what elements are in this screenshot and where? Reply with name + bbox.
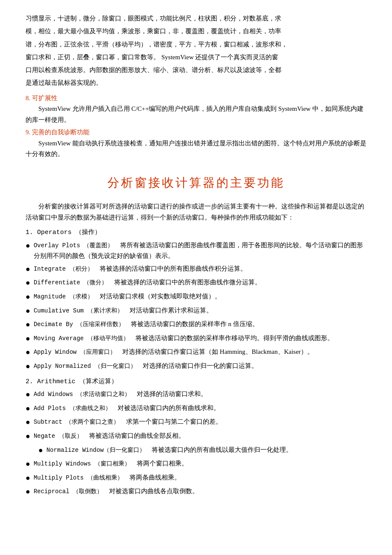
list-item: ● Apply Window （应用窗口） 对选择的活动窗口作窗口运算（如 Ha… (26, 347, 366, 359)
item-content: Differentiate （微分） 将被选择的活动窗口中的所有图形曲线作微分运… (34, 277, 366, 288)
bullet-icon: ● (26, 332, 30, 345)
bullet-icon: ● (26, 276, 30, 289)
bullet-icon: ● (26, 304, 30, 318)
item-content: Overlay Plots （覆盖图） 将所有被选活动窗口的图形曲线作覆盖图，用… (34, 240, 366, 262)
arithmetic-section: 2. Arithmetic （算术运算） ● Add Windows （求活动窗… (26, 376, 366, 498)
bullet-icon: ● (26, 360, 30, 373)
section-9-number: 9. (26, 129, 30, 136)
bullet-icon: ● (26, 318, 30, 331)
list-item: ● Overlay Plots （覆盖图） 将所有被选活动窗口的图形曲线作覆盖图… (26, 240, 366, 262)
top-text-line1: 习惯显示，十进制，微分，除窗口，眼图模式，功能比例尺，柱状图，积分，对数基底，求 (26, 13, 366, 24)
item-content: Apply Normalized （归一化窗口） 对选择的活动窗口作归一化的窗口… (34, 361, 366, 372)
bullet-icon: ● (26, 457, 30, 471)
list-item: ● Cumulative Sum （累计求和） 对活动窗口作累计求和运算。 (26, 305, 366, 318)
item-term: Integrate （积分） (34, 266, 93, 272)
section-9-heading: 9. 完善的自我诊断功能 (26, 127, 366, 138)
top-text-line4: 窗口求和，正切，层叠，窗口幂，窗口常数等。 SystemView 还提供了一个真… (26, 52, 366, 63)
item-term: Overlay Plots （覆盖图） (34, 242, 114, 249)
item-content: Apply Window （应用窗口） 对选择的活动窗口作窗口运算（如 Hamm… (34, 347, 366, 358)
item-term: Moving Average （移动平均值） (34, 335, 129, 342)
list-item: ● Normalize Window（归一化窗口） 将被选窗口内的所有曲线以最大… (38, 445, 366, 457)
section-8: 8. 可扩展性 SystemView 允许用户插入自己用 C/C++编写的用户代… (26, 93, 366, 126)
bullet-icon: ● (26, 388, 30, 401)
section-8-number: 8. (26, 95, 30, 101)
arithmetic-label: 2. Arithmetic （算术运算） (26, 376, 366, 387)
bullet-icon: ● (26, 290, 30, 304)
bullet-icon: ● (26, 263, 30, 276)
list-item: ● Multiply Plots （曲线相乘） 将两条曲线相乘。 (26, 472, 366, 485)
list-item: ● Reciprocal （取倒数） 对被选窗口内曲线各点取倒数。 (26, 486, 366, 498)
list-item: ● Differentiate （微分） 将被选择的活动窗口中的所有图形曲线作微… (26, 277, 366, 289)
bullet-icon: ● (38, 444, 43, 457)
section-9-body: SystemView 能自动执行系统连接检查，通知用户连接出错并通过显示指出出错… (26, 138, 366, 160)
item-content: Integrate （积分） 将被选择的活动窗口中的所有图形曲线作积分运算。 (34, 263, 366, 275)
item-content: Moving Average （移动平均值） 将被选活动窗口的数据的采样率作移动… (34, 333, 366, 344)
item-content: Cumulative Sum （累计求和） 对活动窗口作累计求和运算。 (34, 305, 366, 316)
item-term: Multiply Windows （窗口相乘） (34, 460, 130, 467)
bullet-icon: ● (26, 416, 30, 429)
item-term: Cumulative Sum （累计求和） (34, 307, 123, 314)
list-item: ● Add Windows （求活动窗口之和） 对选择的活动窗口求和。 (26, 389, 366, 401)
list-item: ● Integrate （积分） 将被选择的活动窗口中的所有图形曲线作积分运算。 (26, 263, 366, 276)
item-content: Multiply Windows （窗口相乘） 将两个窗口相乘。 (34, 458, 366, 469)
item-content: Magnitude （求模） 对活动窗口求模（对实数域即取绝对值）。 (34, 291, 366, 302)
operators-section: 1. Operators （操作） ● Overlay Plots （覆盖图） … (26, 227, 366, 373)
list-item: ● Multiply Windows （窗口相乘） 将两个窗口相乘。 (26, 458, 366, 471)
section-8-body: SystemView 允许用户插入自己用 C/C++编写的用户代码库，插入的用户… (26, 104, 366, 125)
section-9-title: 完善的自我诊断功能 (32, 129, 89, 136)
item-term: Subtract （求两个窗口之查） (34, 419, 120, 425)
bullet-icon: ● (26, 239, 30, 252)
item-term: Apply Window （应用窗口） (34, 349, 116, 356)
list-item: ● Add Plots （求曲线之和） 对被选活动窗口内的所有曲线求和。 (26, 403, 366, 415)
item-term: Normalize Window（归一化窗口） (46, 447, 145, 454)
list-item: ● Negate （取反） 将被选活动窗口的曲线全部反相。 (26, 431, 366, 443)
bullet-icon: ● (26, 430, 30, 443)
section-8-heading: 8. 可扩展性 (26, 93, 366, 104)
list-item: ● Decimate By （压缩采样倍数） 将被选活动窗口的数据的采样率作 n… (26, 319, 366, 331)
list-item: ● Moving Average （移动平均值） 将被选活动窗口的数据的采样率作… (26, 333, 366, 345)
top-text-line5: 口用以检查系统波形。内部数据的图形放大、缩小、滚动、谱分析、标尺以及滤波等，全都 (26, 64, 366, 75)
list-item: ● Apply Normalized （归一化窗口） 对选择的活动窗口作归一化的… (26, 361, 366, 373)
item-content: Add Windows （求活动窗口之和） 对选择的活动窗口求和。 (34, 389, 366, 400)
item-content: Normalize Window（归一化窗口） 将被选窗口内的所有曲线以最大值作… (46, 445, 366, 456)
operators-label: 1. Operators （操作） (26, 227, 366, 238)
item-term: Multiply Plots （曲线相乘） (34, 474, 123, 481)
section-9: 9. 完善的自我诊断功能 SystemView 能自动执行系统连接检查，通知用户… (26, 127, 366, 160)
item-term: Decimate By （压缩采样倍数） (34, 321, 124, 328)
top-text-line3: 谱，分布图，正弦余弦，平滑（移动平均），谱密度，平方，平方根，窗口相减，波形求和… (26, 39, 366, 50)
item-content: Decimate By （压缩采样倍数） 将被选活动窗口的数据的采样率作 n 倍… (34, 319, 366, 330)
item-content: Subtract （求两个窗口之查） 求第一个窗口与第二个窗口的差。 (34, 416, 366, 428)
item-content: Reciprocal （取倒数） 对被选窗口内曲线各点取倒数。 (34, 486, 366, 497)
item-term: Negate （取反） (34, 433, 83, 439)
bullet-icon: ● (26, 346, 30, 359)
section-8-title: 可扩展性 (32, 95, 58, 101)
list-item: ● Magnitude （求模） 对活动窗口求模（对实数域即取绝对值）。 (26, 291, 366, 304)
item-term: Add Plots （求曲线之和） (34, 405, 111, 412)
item-content: Negate （取反） 将被选活动窗口的曲线全部反相。 (34, 431, 366, 442)
bullet-icon: ● (26, 485, 30, 498)
item-term: Differentiate （微分） (34, 279, 108, 286)
bullet-icon: ● (26, 471, 30, 485)
top-paragraph: 习惯显示，十进制，微分，除窗口，眼图模式，功能比例尺，柱状图，积分，对数基底，求… (26, 13, 366, 89)
item-term: Add Windows （求活动窗口之和） (34, 391, 130, 398)
intro-paragraph: 分析窗的接收计算器可对所选择的活动窗口进行的操作或进一步的运算主要有十一种。这些… (26, 201, 366, 223)
item-content: Add Plots （求曲线之和） 对被选活动窗口内的所有曲线求和。 (34, 403, 366, 414)
top-text-line6: 是通过敲击鼠标器实现的。 (26, 77, 366, 88)
bullet-icon: ● (26, 402, 30, 415)
item-content: Multiply Plots （曲线相乘） 将两条曲线相乘。 (34, 472, 366, 483)
top-text-line2: 模，相位，最大最小值及平均值，乘波形，乘窗口，非，覆盖图，覆盖统计，自相关，功率 (26, 26, 366, 37)
item-term: Apply Normalized （归一化窗口） (34, 363, 136, 370)
main-title: 分析窗接收计算器的主要功能 (26, 173, 366, 193)
item-term: Reciprocal （取倒数） (34, 488, 103, 495)
item-term: Magnitude （求模） (34, 293, 93, 300)
list-item: ● Subtract （求两个窗口之查） 求第一个窗口与第二个窗口的差。 (26, 416, 366, 429)
